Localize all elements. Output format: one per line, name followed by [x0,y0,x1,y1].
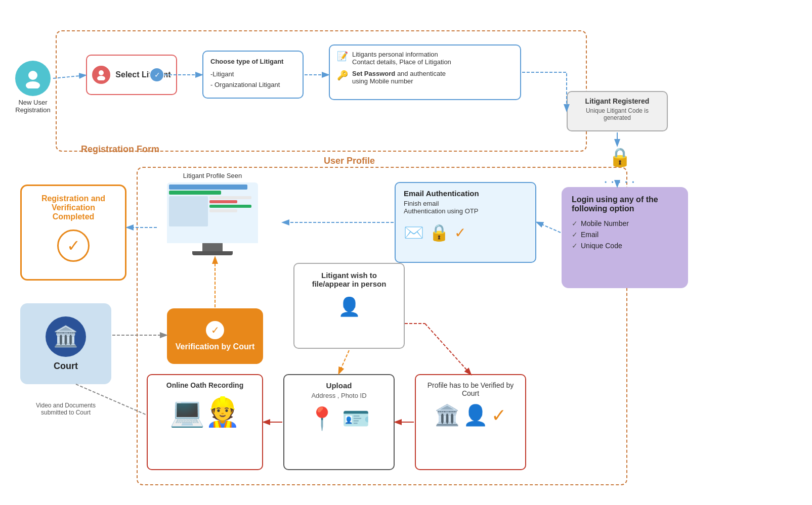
set-password-text: Set Password [352,70,395,77]
verification-court-check-icon: ✓ [206,321,224,339]
login-title: Login using any of the following option [572,195,678,213]
email-auth-box: Email Authentication Finish emailAuthent… [395,182,536,263]
checkmark-icon-2: ✓ [572,231,578,239]
monitor-screen [167,182,258,243]
new-user-icon [15,61,51,96]
checkmark-verify-icon: ✓ [491,405,506,426]
upload-subtitle: Address , Photo ID [290,392,388,399]
monitor-container: Litigant Profile Seen [157,172,268,255]
choose-type-line1: Choose type of Litigant [210,57,295,67]
new-user-label: New UserRegistration [15,99,51,114]
new-user-registration: New UserRegistration [15,61,51,114]
registration-form-label: Registration Form [81,144,159,155]
email-auth-title: Email Authentication [404,189,527,198]
profile-verified-icons: 🏛️ 👤 ✓ [422,403,519,427]
person-verify-icon: 👤 [463,403,488,427]
key-icon: 🔑 [337,70,348,81]
email-icons: ✉️ 🔒 ✓ [404,223,527,242]
upload-title: Upload [290,381,388,390]
svg-point-0 [28,71,37,80]
court-box: 🏛️ Court [20,303,111,384]
user-profile-label: User Profile [324,156,375,166]
svg-point-2 [99,70,104,75]
checkmark-orange-icon: ✓ [454,224,466,241]
login-option-email: ✓ Email [572,231,678,239]
email-auth-subtitle: Finish emailAuthentication using OTP [404,200,527,215]
oath-title: Online Oath Recording [154,381,256,389]
svg-point-1 [26,81,40,88]
login-option-mobile: ✓ Mobile Number [572,219,678,227]
litigants-info-box: 📝 Litigants personal information Contact… [329,44,521,100]
reg-verify-title: Registration andVerification Completed [30,194,117,221]
info-line2: Contact details, Place of Litigation [352,58,451,66]
login-option-email-text: Email [581,231,599,239]
location-icon: 📍 [308,405,336,432]
litigant-registered-title: Litigant Registered [573,97,662,105]
upload-box: Upload Address , Photo ID 📍 🪪 [283,374,395,470]
choose-type-line2: -Litigant [210,69,295,80]
litigant-wish-box: Litigant wish to file/appear in person 👤 [293,263,405,349]
checkmark-icon-3: ✓ [572,242,578,250]
select-litigant-text: Select Litigant [115,70,170,79]
verification-court-text: Verification by Court [176,342,254,351]
monitor-base [192,251,233,255]
litigant-person-icon [92,66,110,84]
person-wish-icon: 👤 [302,296,397,317]
upload-icons: 📍 🪪 [290,405,388,432]
lock-password-icon: 🔒 [429,223,449,242]
choose-type-box: Choose type of Litigant -Litigant - Orga… [202,51,304,99]
info-line1: Litigants personal information [352,51,451,58]
auth-text: and authenticate [397,70,446,77]
profile-verified-title: Profile has to be Verified by Court [422,381,519,397]
monitor-screen-content [167,182,258,243]
reg-verify-box: Registration andVerification Completed ✓ [20,185,126,281]
verification-court-box: ✓ Verification by Court [167,308,263,364]
monitor-stand [202,243,223,251]
login-box: Login using any of the following option … [562,187,688,288]
monitor-label: Litigant Profile Seen [157,172,268,179]
litigant-registered-box: Litigant Registered Unique Litigant Code… [567,91,668,131]
edit-icon: 📝 [337,51,348,62]
lock-icon: 🔒• • • • • [605,147,635,189]
select-litigant-box: Select Litigant [86,55,177,95]
court-subtitle: Video and Documentssubmitted to Court [15,402,116,416]
id-card-icon: 🪪 [342,405,370,432]
svg-point-3 [97,76,105,80]
court-label: Court [54,361,78,372]
litigant-wish-title: Litigant wish to file/appear in person [302,271,397,288]
reg-verify-check-icon: ✓ [57,229,90,262]
mobile-text: using Mobile number [352,77,446,85]
envelope-icon: ✉️ [404,223,424,242]
profile-verified-box: Profile has to be Verified by Court 🏛️ 👤… [415,374,526,470]
login-option-mobile-text: Mobile Number [581,219,629,227]
login-option-code: ✓ Unique Code [572,242,678,250]
oath-box: Online Oath Recording 💻👷 [147,374,263,470]
oath-icon: 💻👷 [154,395,256,429]
checkmark-icon: ✓ [572,219,578,227]
building-icon: 🏛️ [435,403,460,427]
court-icon: 🏛️ [46,316,86,357]
litigant-registered-subtitle: Unique Litigant Code isgenerated [573,107,662,121]
choose-type-line3: - Organizational Litigant [210,80,295,90]
diagram-container: Registration Form User Profile New UserR… [0,0,812,505]
login-option-code-text: Unique Code [581,242,622,250]
